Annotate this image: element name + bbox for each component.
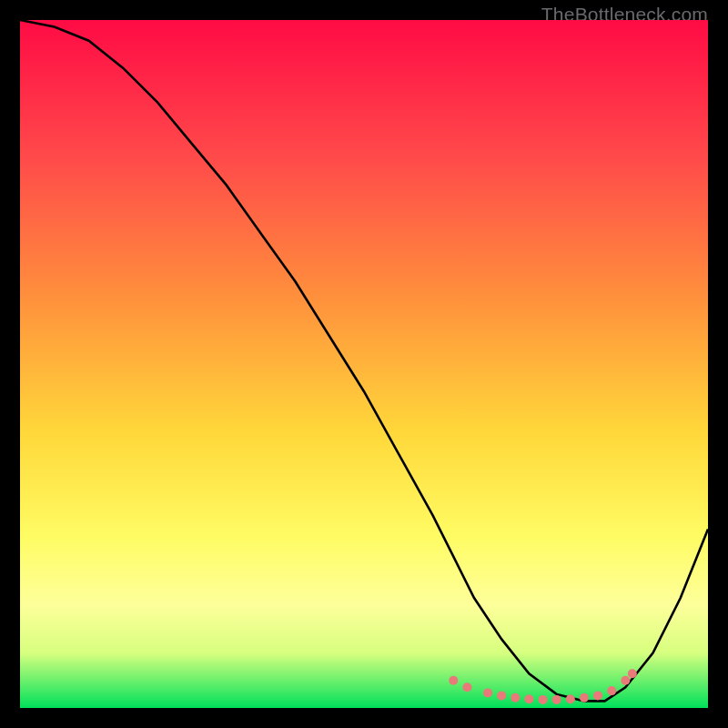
valley-dot <box>511 693 520 703</box>
valley-dot <box>497 691 506 700</box>
valley-dot <box>449 676 458 685</box>
valley-dot <box>593 691 602 700</box>
chart-stage: TheBottleneck.com <box>0 0 728 728</box>
valley-dot <box>628 669 637 678</box>
valley-dot <box>462 682 471 692</box>
valley-dot <box>580 693 589 703</box>
valley-dot <box>621 676 630 685</box>
curve-svg <box>20 20 708 708</box>
valley-dot <box>552 695 561 704</box>
valley-dot <box>524 694 533 703</box>
valley-dot <box>483 688 492 697</box>
valley-dot <box>539 695 548 704</box>
valley-dot <box>566 694 575 703</box>
bottleneck-curve <box>20 20 708 701</box>
plot-area <box>20 20 708 708</box>
valley-dot <box>607 686 616 695</box>
